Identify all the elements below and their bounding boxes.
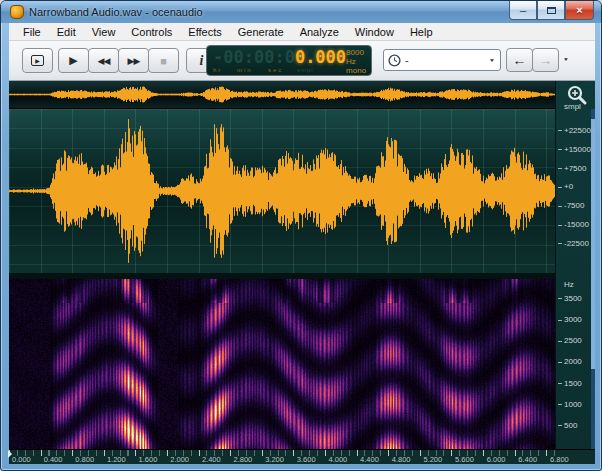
minimize-button[interactable]: – bbox=[509, 1, 537, 20]
counter-dim-digits: -00:00:0 bbox=[213, 48, 295, 67]
stop-button[interactable]: ■ bbox=[148, 48, 179, 73]
time-tick-label: 5.200 bbox=[421, 455, 442, 464]
boxed-play-icon: ▶ bbox=[31, 55, 44, 66]
amplitude-tick-label: +7500 bbox=[558, 164, 591, 173]
amplitude-axis: +22500+15000+7500+0-7500-15000-22500 bbox=[558, 126, 591, 248]
amplitude-tick-label: +15000 bbox=[558, 145, 591, 154]
frequency-tick-label: 2500 bbox=[558, 336, 582, 345]
spectrogram-canvas bbox=[9, 279, 555, 449]
time-tick-label: 1.200 bbox=[105, 455, 126, 464]
time-tick-label: 0.000 bbox=[10, 455, 31, 464]
time-tick-label: 0.400 bbox=[42, 455, 63, 464]
time-tick-label: 5.600 bbox=[453, 455, 474, 464]
amplitude-axis-unit: smpl bbox=[564, 102, 581, 111]
axis-strip: smpl +22500+15000+7500+0-7500-15000-2250… bbox=[555, 81, 595, 449]
time-tick-label: 2.800 bbox=[232, 455, 253, 464]
time-tick-label: 0.800 bbox=[73, 455, 94, 464]
time-axis[interactable]: 0.0000.4000.8001.2001.6002.0002.4002.800… bbox=[9, 449, 595, 464]
maximize-button[interactable] bbox=[537, 1, 565, 20]
frequency-tick-label: 3000 bbox=[558, 315, 582, 324]
time-tick-label: 6.800 bbox=[548, 455, 569, 464]
redo-forward-button[interactable]: → bbox=[532, 48, 559, 72]
caption-buttons: – × bbox=[509, 1, 594, 20]
play-button[interactable]: ▶ bbox=[58, 48, 89, 73]
sample-rate: 8000 Hz bbox=[346, 48, 366, 66]
clock-icon bbox=[388, 54, 401, 67]
menu-item[interactable]: Window bbox=[347, 24, 402, 40]
selection-combo-value: - bbox=[401, 54, 488, 66]
frequency-tick-label: 3500 bbox=[558, 294, 582, 303]
close-button[interactable]: × bbox=[565, 1, 594, 20]
waveform-overview[interactable] bbox=[9, 81, 555, 109]
menu-item[interactable]: Help bbox=[402, 24, 441, 40]
time-tick-label: 6.400 bbox=[516, 455, 537, 464]
waveform-canvas bbox=[9, 109, 555, 273]
menu-item[interactable]: View bbox=[84, 24, 124, 40]
channel-mode: mono bbox=[346, 66, 366, 75]
transport-group: ▶ ◀◀ ▶▶ ■ bbox=[58, 48, 179, 73]
time-tick-label: 2.400 bbox=[200, 455, 221, 464]
amplitude-tick-label: -15000 bbox=[558, 220, 591, 229]
time-tick-label: 1.600 bbox=[137, 455, 158, 464]
menu-item[interactable]: File bbox=[15, 24, 49, 40]
combo-dropdown-icon: ▼ bbox=[489, 57, 495, 62]
counter-unit-labels: hr min sec smpl bbox=[213, 67, 346, 74]
time-axis-labels: 0.0000.4000.8001.2001.6002.0002.4002.800… bbox=[10, 455, 548, 465]
undo-back-button[interactable]: ← bbox=[506, 48, 533, 72]
counter-digits: -00:00:00.000 hr min sec smpl bbox=[213, 48, 346, 74]
nav-dropdown-icon[interactable]: ▼ bbox=[563, 57, 569, 62]
editor-area: 0.0000.4000.8001.2001.6002.0002.4002.800… bbox=[9, 81, 595, 464]
rewind-icon: ◀◀ bbox=[98, 56, 110, 66]
waveform-view[interactable] bbox=[9, 109, 555, 273]
amplitude-tick-label: -7500 bbox=[558, 201, 591, 210]
frequency-tick-label: 2000 bbox=[558, 357, 582, 366]
frequency-axis: 350030002500200015001000500 bbox=[558, 294, 582, 430]
fast-forward-button[interactable]: ▶▶ bbox=[118, 48, 149, 73]
menu-item[interactable]: Edit bbox=[49, 24, 84, 40]
amplitude-tick-label: +22500 bbox=[558, 126, 591, 135]
frequency-tick-label: 1000 bbox=[558, 400, 582, 409]
forward-arrow-icon: → bbox=[539, 52, 553, 68]
app-window: Narrowband Audio.wav - ocenaudio – × Fil… bbox=[0, 0, 602, 471]
vertical-scrollbar[interactable] bbox=[591, 109, 595, 449]
counter-bright-digits: 0.000 bbox=[295, 48, 346, 67]
maximize-icon bbox=[547, 7, 556, 14]
amplitude-tick-label: -22500 bbox=[558, 239, 591, 248]
window-title: Narrowband Audio.wav - ocenaudio bbox=[29, 6, 203, 18]
time-tick-label: 6.000 bbox=[485, 455, 506, 464]
play-region-button[interactable]: ▶ bbox=[22, 48, 53, 73]
minimize-icon: – bbox=[520, 5, 526, 16]
frequency-tick-label: 500 bbox=[558, 421, 582, 430]
selection-combo[interactable]: - ▼ bbox=[383, 49, 501, 71]
stop-icon: ■ bbox=[160, 55, 167, 67]
vertical-scrollbar-thumb[interactable] bbox=[591, 119, 595, 369]
fast-forward-icon: ▶▶ bbox=[128, 56, 140, 66]
title-bar[interactable]: Narrowband Audio.wav - ocenaudio – × bbox=[1, 1, 601, 23]
info-icon: i bbox=[200, 53, 204, 69]
format-info: 8000 Hz mono bbox=[346, 48, 366, 74]
menu-item[interactable]: Generate bbox=[230, 24, 292, 40]
close-icon: × bbox=[576, 5, 582, 16]
time-tick-label: 3.200 bbox=[263, 455, 284, 464]
frequency-axis-unit: Hz bbox=[564, 280, 574, 289]
rewind-button[interactable]: ◀◀ bbox=[88, 48, 119, 73]
time-tick-label: 4.400 bbox=[358, 455, 379, 464]
app-icon bbox=[10, 5, 24, 19]
toolbar: ▶ ▶ ◀◀ ▶▶ ■ i -00:00:00.000 hr min sec s… bbox=[9, 41, 595, 81]
menu-item[interactable]: Effects bbox=[180, 24, 229, 40]
time-counter[interactable]: -00:00:00.000 hr min sec smpl 8000 Hz mo… bbox=[206, 45, 372, 76]
time-tick-label: 4.800 bbox=[390, 455, 411, 464]
menu-item[interactable]: Controls bbox=[123, 24, 180, 40]
play-icon: ▶ bbox=[69, 54, 77, 67]
spectrogram-view[interactable] bbox=[9, 279, 555, 449]
overview-canvas bbox=[9, 81, 555, 108]
time-tick-label: 3.600 bbox=[295, 455, 316, 464]
frequency-tick-label: 1500 bbox=[558, 379, 582, 388]
menu-bar: FileEditViewControlsEffectsGenerateAnaly… bbox=[9, 23, 595, 41]
time-tick-label: 4.000 bbox=[326, 455, 347, 464]
back-arrow-icon: ← bbox=[513, 52, 527, 68]
menu-item[interactable]: Analyze bbox=[292, 24, 347, 40]
amplitude-tick-label: +0 bbox=[558, 182, 591, 191]
time-tick-label: 2.000 bbox=[168, 455, 189, 464]
